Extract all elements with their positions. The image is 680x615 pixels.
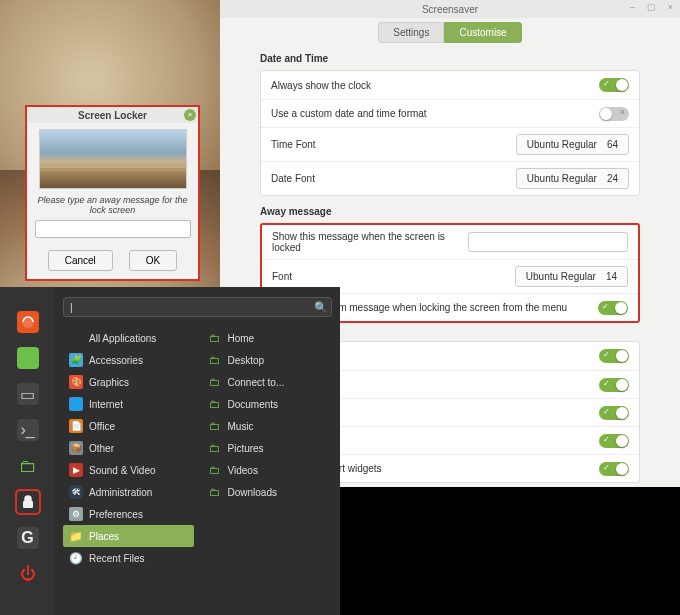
app-icon[interactable]: ▭ — [17, 383, 39, 405]
category-icon: 📁 — [69, 529, 83, 543]
folder-icon: 🗀 — [208, 397, 222, 411]
category-icon: 🎨 — [69, 375, 83, 389]
category-icon: 🕘 — [69, 551, 83, 565]
logout-icon[interactable]: G — [17, 527, 39, 549]
menu-search-input[interactable] — [64, 302, 311, 313]
close-button[interactable]: × — [665, 2, 676, 13]
date-font-button[interactable]: Ubuntu Regular 24 — [516, 168, 629, 189]
place-home[interactable]: 🗀Home — [202, 327, 333, 349]
power-icon[interactable]: ⏻ — [17, 563, 39, 585]
menu-all-applications[interactable]: All Applications — [63, 327, 194, 349]
section-heading: Date and Time — [260, 53, 640, 64]
away-font-button[interactable]: Ubuntu Regular 14 — [515, 266, 628, 287]
terminal-icon[interactable]: ›_ — [17, 419, 39, 441]
terminal-green-icon[interactable] — [17, 347, 39, 369]
dialog-prompt: Please type an away message for the lock… — [33, 195, 192, 215]
search-icon: 🔍 — [311, 301, 331, 314]
toggle-always-show-clock[interactable] — [599, 78, 629, 92]
lockscreen-preview — [39, 129, 187, 189]
category-icon: 🌐 — [69, 397, 83, 411]
toggle-ask-custom[interactable] — [598, 301, 628, 315]
cancel-button[interactable]: Cancel — [48, 250, 113, 271]
folder-icon: 🗀 — [208, 463, 222, 477]
place-desktop[interactable]: 🗀Desktop — [202, 349, 333, 371]
firefox-icon[interactable] — [17, 311, 39, 333]
dialog-close-icon[interactable]: × — [184, 109, 196, 121]
category-recent-files[interactable]: 🕘Recent Files — [63, 547, 194, 569]
folder-icon: 🗀 — [208, 441, 222, 455]
away-message-dialog-input[interactable] — [35, 220, 191, 238]
time-font-button[interactable]: Ubuntu Regular 64 — [516, 134, 629, 155]
row-show-message: Show this message when the screen is loc… — [262, 225, 638, 259]
row-time-font: Time Font Ubuntu Regular 64 — [261, 127, 639, 161]
row-date-font: Date Font Ubuntu Regular 24 — [261, 161, 639, 195]
folder-icon: 🗀 — [208, 331, 222, 345]
toggle-blank2[interactable] — [599, 434, 629, 448]
window-title: Screensaver — [422, 4, 478, 15]
category-preferences[interactable]: ⚙Preferences — [63, 503, 194, 525]
maximize-button[interactable]: ▢ — [646, 2, 657, 13]
row-custom-format: Use a custom date and time format — [261, 99, 639, 127]
places-column: 🗀Home🗀Desktop🗀Connect to...🗀Documents🗀Mu… — [202, 327, 333, 569]
category-icon: ▶ — [69, 463, 83, 477]
category-internet[interactable]: 🌐Internet — [63, 393, 194, 415]
tab-customise[interactable]: Customise — [444, 22, 521, 43]
application-menu: ▭ ›_ 🗀 G ⏻ 🔍 All Applications 🧩Accessori… — [0, 287, 340, 615]
toggle-controls[interactable] — [599, 378, 629, 392]
category-office[interactable]: 📄Office — [63, 415, 194, 437]
category-graphics[interactable]: 🎨Graphics — [63, 371, 194, 393]
dialog-title: Screen Locker — [78, 110, 147, 121]
folder-icon: 🗀 — [208, 353, 222, 367]
all-apps-icon — [69, 331, 83, 345]
category-icon: 🧩 — [69, 353, 83, 367]
toggle-shortcuts[interactable] — [599, 349, 629, 363]
category-icon: 📄 — [69, 419, 83, 433]
toggle-custom-format[interactable] — [599, 107, 629, 121]
place-documents[interactable]: 🗀Documents — [202, 393, 333, 415]
tab-settings[interactable]: Settings — [378, 22, 444, 43]
ok-button[interactable]: OK — [129, 250, 177, 271]
section-date-time: Date and Time Always show the clock Use … — [220, 47, 680, 200]
folder-icon: 🗀 — [208, 419, 222, 433]
folder-icon: 🗀 — [208, 375, 222, 389]
svg-rect-1 — [23, 501, 33, 508]
lock-screen-icon[interactable] — [17, 491, 39, 513]
titlebar: Screensaver – ▢ × — [220, 0, 680, 18]
place-downloads[interactable]: 🗀Downloads — [202, 481, 333, 503]
place-connect-to-[interactable]: 🗀Connect to... — [202, 371, 333, 393]
svg-point-0 — [22, 316, 34, 328]
tab-bar: Settings Customise — [220, 18, 680, 47]
minimize-button[interactable]: – — [627, 2, 638, 13]
category-places[interactable]: 📁Places — [63, 525, 194, 547]
category-sound-video[interactable]: ▶Sound & Video — [63, 459, 194, 481]
menu-search[interactable]: 🔍 — [63, 297, 332, 317]
files-icon[interactable]: 🗀 — [17, 455, 39, 477]
category-icon: 🛠 — [69, 485, 83, 499]
row-always-show-clock: Always show the clock — [261, 71, 639, 99]
category-other[interactable]: 📦Other — [63, 437, 194, 459]
place-videos[interactable]: 🗀Videos — [202, 459, 333, 481]
category-administration[interactable]: 🛠Administration — [63, 481, 194, 503]
category-accessories[interactable]: 🧩Accessories — [63, 349, 194, 371]
dialog-titlebar: Screen Locker × — [27, 107, 198, 123]
folder-icon: 🗀 — [208, 485, 222, 499]
category-icon: 📦 — [69, 441, 83, 455]
away-message-input[interactable] — [468, 232, 628, 252]
category-column: All Applications 🧩Accessories🎨Graphics🌐I… — [63, 327, 194, 569]
place-pictures[interactable]: 🗀Pictures — [202, 437, 333, 459]
place-music[interactable]: 🗀Music — [202, 415, 333, 437]
screen-locker-dialog: Screen Locker × Please type an away mess… — [25, 105, 200, 281]
section-heading: Away message — [260, 206, 640, 217]
category-icon: ⚙ — [69, 507, 83, 521]
toggle-album-art[interactable] — [599, 462, 629, 476]
toggle-blank1[interactable] — [599, 406, 629, 420]
launcher-bar: ▭ ›_ 🗀 G ⏻ — [0, 287, 55, 615]
